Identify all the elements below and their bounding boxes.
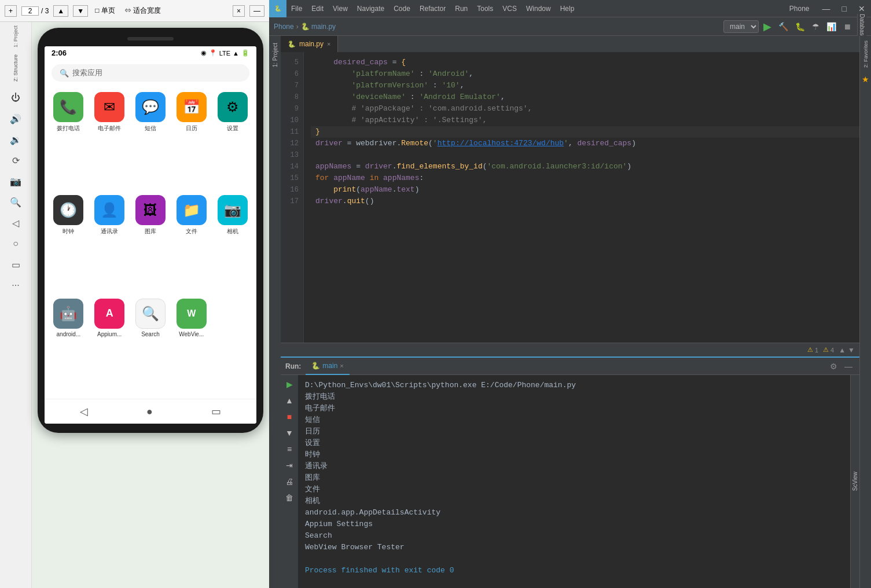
- run-minimize-btn[interactable]: —: [842, 361, 855, 372]
- line-num-14: 14: [285, 161, 299, 172]
- app-item-appium[interactable]: A Appium...: [93, 299, 127, 393]
- profile-button[interactable]: 📊: [824, 21, 839, 32]
- menu-file[interactable]: File: [286, 0, 307, 17]
- app-item-email[interactable]: ✉ 电子邮件: [93, 92, 127, 188]
- menu-refactor[interactable]: Refactor: [415, 0, 450, 17]
- database-sidebar-tab[interactable]: Database: [857, 14, 866, 39]
- nav-recent[interactable]: ▭: [211, 405, 221, 418]
- app-item-search[interactable]: 🔍 Search: [134, 299, 168, 393]
- run-tab-main[interactable]: 🐍 main ×: [306, 358, 349, 375]
- run-settings-btn[interactable]: ⚙: [828, 361, 840, 372]
- scview-sidebar[interactable]: ScView: [850, 375, 859, 588]
- app-item-android[interactable]: 🤖 android...: [52, 299, 86, 393]
- run-stop-btn[interactable]: ■: [282, 410, 296, 424]
- app-item-contacts[interactable]: 👤 通讯录: [93, 195, 127, 291]
- app-label-email: 电子邮件: [98, 124, 121, 133]
- screenshot-btn[interactable]: 📷: [5, 172, 27, 190]
- favorites-star-icon[interactable]: ★: [862, 75, 869, 84]
- menu-window[interactable]: Window: [521, 0, 556, 17]
- code-line-14: appNames = driver.find_elements_by_id('c…: [311, 161, 859, 172]
- phone-search-bar[interactable]: 🔍 搜索应用: [52, 64, 249, 82]
- run-tab-close[interactable]: ×: [340, 362, 343, 369]
- output-line-2: 电子邮件: [305, 403, 843, 414]
- structure-tab[interactable]: Z: Structure: [13, 54, 19, 82]
- vol-up-btn[interactable]: 🔊: [5, 109, 27, 128]
- scview-tab: ScView: [851, 467, 859, 495]
- editor-sidebar: 1: Project: [269, 36, 281, 588]
- python-file-icon: 🐍: [288, 41, 296, 48]
- menu-code[interactable]: Code: [389, 0, 415, 17]
- code-line-12: driver = webdriver.Remote('http://localh…: [311, 138, 859, 149]
- run-scroll-down[interactable]: ▼: [282, 426, 296, 440]
- project-tab[interactable]: 1: Project: [13, 25, 19, 47]
- app-item-gallery[interactable]: 🖼 图库: [134, 195, 168, 291]
- win-maximize[interactable]: □: [836, 0, 852, 17]
- menu-vcs[interactable]: VCS: [498, 0, 521, 17]
- output-line-3: 短信: [305, 414, 843, 426]
- power-btn[interactable]: ⏻: [5, 89, 27, 107]
- app-item-webview[interactable]: W WebVie...: [174, 299, 208, 393]
- warning-nav-down[interactable]: ▼: [848, 346, 855, 354]
- tab-close-btn[interactable]: ×: [327, 41, 330, 47]
- stop-button[interactable]: ⏹: [841, 21, 854, 32]
- app-item-calendar[interactable]: 📅 日历: [174, 92, 208, 188]
- code-content[interactable]: desired_caps = { 'platformName' : 'Andro…: [304, 52, 859, 343]
- run-wrap-btn[interactable]: ≡: [282, 442, 296, 456]
- pdf-add-btn[interactable]: +: [5, 5, 17, 17]
- code-line-6: 'platformName' : 'Android',: [311, 68, 859, 80]
- app-item-files[interactable]: 📁 文件: [174, 195, 208, 291]
- app-item-phone[interactable]: 📞 拨打电话: [52, 92, 86, 188]
- breadcrumb-sep: ›: [296, 23, 299, 31]
- run-print-btn[interactable]: 🖨: [282, 475, 296, 488]
- pdf-close-btn[interactable]: ×: [233, 5, 245, 17]
- back-btn[interactable]: ◁: [5, 214, 27, 232]
- code-editor[interactable]: 5 6 7 8 9 10 11 12 13 14 15 16 1: [281, 52, 859, 343]
- win-minimize[interactable]: —: [817, 0, 836, 17]
- circle-btn[interactable]: ○: [5, 234, 27, 253]
- run-config-select[interactable]: main: [723, 20, 759, 33]
- menu-edit[interactable]: Edit: [307, 0, 328, 17]
- pdf-nav-up[interactable]: ▲: [53, 5, 68, 17]
- pdf-minimize-btn[interactable]: —: [249, 5, 264, 17]
- debug-button[interactable]: 🐛: [793, 21, 807, 32]
- zoom-btn[interactable]: 🔍: [5, 193, 27, 211]
- nav-home[interactable]: ●: [146, 406, 153, 418]
- menu-run[interactable]: Run: [450, 0, 472, 17]
- menu-navigate[interactable]: Navigate: [352, 0, 389, 17]
- phone-speaker: [127, 37, 174, 41]
- menu-view[interactable]: View: [328, 0, 352, 17]
- run-indent-btn[interactable]: ⇥: [282, 458, 296, 472]
- app-item-clock[interactable]: 🕐 时钟: [52, 195, 86, 291]
- app-item-sms[interactable]: 💬 短信: [134, 92, 168, 188]
- run-delete-btn[interactable]: 🗑: [282, 491, 296, 505]
- coverage-button[interactable]: ☂: [810, 21, 822, 32]
- line-num-13: 13: [285, 149, 299, 161]
- project-sidebar-tab[interactable]: 1: Project: [271, 38, 280, 72]
- run-play-btn[interactable]: ▶: [282, 377, 296, 391]
- app-item-camera[interactable]: 📷 相机: [215, 195, 249, 291]
- nav-back[interactable]: ◁: [80, 405, 88, 418]
- file-tab-main[interactable]: 🐍 main.py ×: [281, 36, 338, 52]
- output-line-12: Appium Settings: [305, 519, 843, 530]
- app-icon-clock: 🕐: [53, 195, 83, 225]
- more-btn[interactable]: ···: [5, 276, 27, 295]
- phone-panel: + / 3 ▲ ▼ □ 单页 ⇔ 适合宽度 × — 1: Project Z: …: [0, 0, 269, 588]
- square-btn[interactable]: ▭: [5, 255, 27, 274]
- favorites-tab[interactable]: 2: Favorites: [861, 38, 871, 70]
- app-label-clock: 时钟: [63, 227, 74, 236]
- run-scroll-up[interactable]: ▲: [282, 394, 296, 407]
- app-item-settings[interactable]: ⚙ 设置: [215, 92, 249, 188]
- menu-tools[interactable]: Tools: [472, 0, 498, 17]
- pdf-page-input[interactable]: [21, 6, 39, 16]
- code-line-17: driver.quit(): [311, 196, 859, 207]
- app-label-contacts: 通讯录: [101, 227, 118, 236]
- build-button[interactable]: 🔨: [776, 21, 791, 32]
- rotate-btn[interactable]: ⟳: [5, 151, 27, 170]
- menu-help[interactable]: Help: [556, 0, 579, 17]
- run-button[interactable]: ▶: [761, 19, 774, 34]
- pdf-nav-down[interactable]: ▼: [73, 5, 88, 17]
- warning-nav-up[interactable]: ▲: [839, 346, 846, 354]
- vol-down-btn[interactable]: 🔉: [5, 130, 27, 149]
- ide-window: + / 3 ▲ ▼ □ 单页 ⇔ 适合宽度 × — 1: Project Z: …: [0, 0, 871, 588]
- search-icon: 🔍: [60, 69, 69, 78]
